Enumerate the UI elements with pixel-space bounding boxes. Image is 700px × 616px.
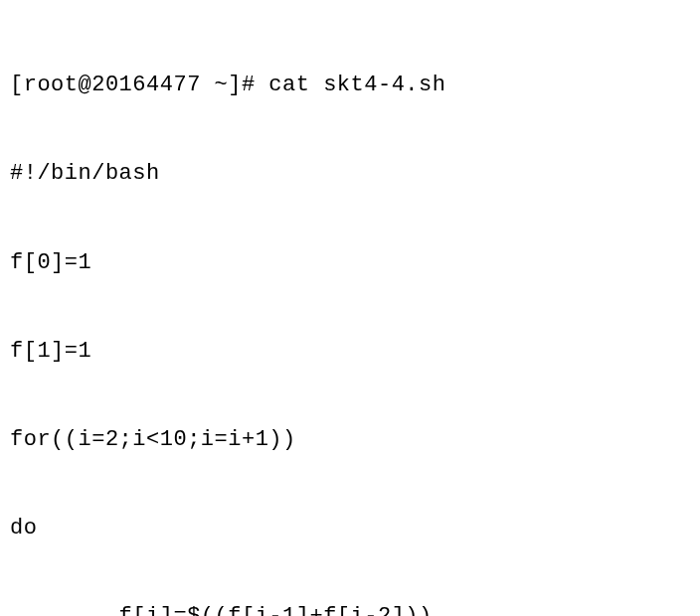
- code-line: #!/bin/bash: [10, 159, 690, 189]
- code-line: f[0]=1: [10, 248, 690, 278]
- terminal-output[interactable]: [root@20164477 ~]# cat skt4-4.sh #!/bin/…: [10, 12, 690, 616]
- prompt-line: [root@20164477 ~]# cat skt4-4.sh: [10, 71, 690, 100]
- code-line: f[1]=1: [10, 337, 690, 367]
- code-line: f[i]=$((f[i-1]+f[i-2])): [10, 602, 690, 616]
- code-line: do: [10, 514, 690, 543]
- code-line: for((i=2;i<10;i=i+1)): [10, 425, 690, 455]
